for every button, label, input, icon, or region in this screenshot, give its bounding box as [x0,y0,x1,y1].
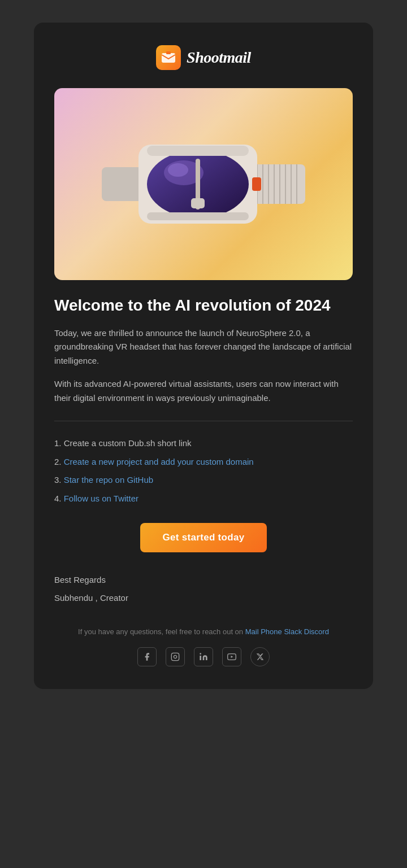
footer-discord-link[interactable]: Discord [304,627,329,636]
step-3: 3. Star the repo on GitHub [54,474,353,487]
email-header: Shootmail [54,45,353,70]
svg-marker-24 [231,656,233,658]
svg-rect-0 [162,53,175,63]
step-3-link[interactable]: Star the repo on GitHub [64,475,153,485]
step-2: 2. Create a new project and add your cus… [54,456,353,469]
signature: Best Regards Subhendu , Creator [54,573,353,605]
step-4-link[interactable]: Follow us on Twitter [64,494,138,503]
svg-rect-19 [252,177,261,191]
email-card: Shootmail [34,23,373,689]
facebook-icon[interactable] [137,647,157,666]
svg-point-15 [168,163,188,177]
email-paragraph-1: Today, we are thrilled to announce the l… [54,326,353,368]
email-title: Welcome to the AI revolution of 2024 [54,296,353,315]
logo-icon [156,45,181,70]
social-icons [54,647,353,666]
linkedin-icon[interactable] [194,647,213,666]
email-paragraph-2: With its advanced AI-powered virtual ass… [54,377,353,405]
signature-line2: Subhendu , Creator [54,591,353,605]
svg-rect-1 [166,51,171,54]
steps-list: 1. Create a custom Dub.sh short link 2. … [54,437,353,505]
cta-container: Get started today [54,523,353,552]
x-twitter-icon[interactable] [250,647,270,666]
svg-rect-20 [147,212,249,220]
vr-headset-svg [96,105,311,263]
signature-line1: Best Regards [54,573,353,587]
svg-rect-18 [147,146,249,156]
divider [54,421,353,421]
footer: If you have any questions, feel free to … [54,627,353,666]
svg-point-23 [200,653,201,655]
svg-rect-17 [191,198,205,208]
footer-mail-link[interactable]: Mail [245,627,259,636]
svg-rect-21 [171,653,179,661]
cta-button[interactable]: Get started today [140,523,267,552]
step-4: 4. Follow us on Twitter [54,492,353,505]
footer-slack-link[interactable]: Slack [284,627,302,636]
step-1: 1. Create a custom Dub.sh short link [54,437,353,450]
brand-name: Shootmail [187,49,251,67]
footer-phone-link[interactable]: Phone [261,627,282,636]
instagram-icon[interactable] [166,647,185,666]
footer-contact: If you have any questions, feel free to … [54,627,353,636]
step-2-link[interactable]: Create a new project and add your custom… [64,457,254,466]
youtube-icon[interactable] [222,647,241,666]
hero-image [54,88,353,280]
